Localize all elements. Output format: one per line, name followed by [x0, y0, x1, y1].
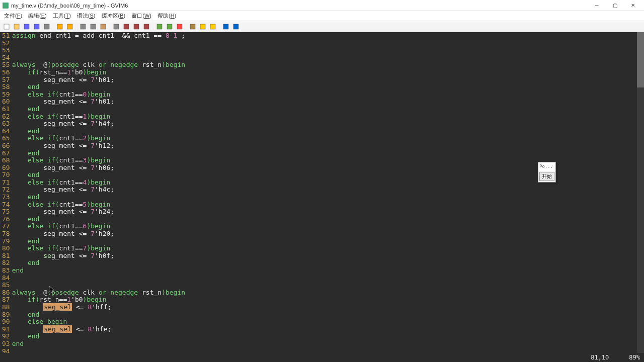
- find-help-icon[interactable]: [231, 22, 240, 31]
- code-line[interactable]: seg_ment <= 7'h12;: [12, 142, 644, 150]
- line-number: 92: [2, 333, 10, 340]
- code-line[interactable]: end: [12, 83, 644, 91]
- menu-item-0[interactable]: 文件(F): [1, 11, 25, 21]
- line-number: 62: [2, 113, 10, 121]
- code-line[interactable]: always @(posedge clk or negedge rst_n)be…: [12, 289, 644, 297]
- code-line[interactable]: [12, 282, 644, 289]
- code-line[interactable]: seg_ment <= 7'h20;: [12, 230, 644, 238]
- code-line[interactable]: end: [12, 194, 644, 201]
- line-number: 83: [2, 267, 10, 275]
- cut-icon[interactable]: [78, 22, 88, 31]
- code-line[interactable]: [12, 40, 644, 47]
- code-line[interactable]: else if(cnt1==7)begin: [12, 245, 644, 252]
- editor[interactable]: 5152535455565758596061626364656667686970…: [0, 32, 644, 353]
- menu-item-2[interactable]: 工具(T): [50, 11, 74, 21]
- scroll-percent: 89%: [629, 354, 640, 361]
- print-icon[interactable]: [42, 22, 51, 31]
- code-area[interactable]: assign end_cnt1 = add_cnt1 && cnt1 == 8-…: [12, 32, 644, 353]
- code-line[interactable]: assign end_cnt1 = add_cnt1 && cnt1 == 8-…: [12, 32, 644, 40]
- code-line[interactable]: else begin: [12, 318, 644, 326]
- code-line[interactable]: seg_ment <= 7'h4f;: [12, 120, 644, 128]
- line-number: 82: [2, 259, 10, 267]
- minimize-button[interactable]: ─: [588, 1, 606, 11]
- menu-item-6[interactable]: 帮助(H): [154, 11, 179, 21]
- floating-tool-window[interactable]: Po... 开始: [538, 162, 556, 183]
- find-icon[interactable]: [112, 22, 121, 31]
- floating-start-button[interactable]: 开始: [539, 172, 554, 182]
- menu-item-3[interactable]: 语法(S): [74, 11, 99, 21]
- vertical-scrollbar[interactable]: [637, 32, 644, 353]
- new-icon[interactable]: [2, 22, 11, 31]
- session-save-icon[interactable]: [165, 22, 174, 31]
- code-line[interactable]: else if(cnt1==6)begin: [12, 223, 644, 230]
- line-number: 88: [2, 304, 10, 311]
- svg-rect-14: [144, 24, 149, 29]
- session-load-icon[interactable]: [155, 22, 164, 31]
- line-number: 68: [2, 157, 10, 164]
- code-line[interactable]: [12, 348, 644, 353]
- line-number: 65: [2, 135, 10, 142]
- code-line[interactable]: if(rst_n==1'b0)begin: [12, 69, 644, 76]
- titlebar: my_time.v (D:\mdy_book\06_my_time) - GVI…: [0, 0, 644, 11]
- code-line[interactable]: [12, 47, 644, 54]
- line-number: 67: [2, 150, 10, 157]
- code-line[interactable]: end: [12, 259, 644, 267]
- code-line[interactable]: always @(posedge clk or negedge rst_n)be…: [12, 61, 644, 69]
- open-icon[interactable]: [12, 22, 21, 31]
- menu-item-4[interactable]: 缓冲区(B): [99, 11, 129, 21]
- run-icon[interactable]: [175, 22, 184, 31]
- line-number: 79: [2, 238, 10, 245]
- line-number: 76: [2, 216, 10, 223]
- save-icon[interactable]: [22, 22, 31, 31]
- code-line[interactable]: [12, 54, 644, 62]
- copy-icon[interactable]: [89, 22, 98, 31]
- line-number: 81: [2, 252, 10, 260]
- tags-icon[interactable]: [208, 22, 217, 31]
- line-number: 75: [2, 208, 10, 216]
- make-icon[interactable]: [188, 22, 197, 31]
- code-line[interactable]: seg_ment <= 7'h0f;: [12, 252, 644, 260]
- code-line[interactable]: seg_ment <= 7'h01;: [12, 98, 644, 106]
- code-line[interactable]: seg_ment <= 7'h01;: [12, 76, 644, 84]
- line-number: 84: [2, 275, 10, 282]
- svg-rect-22: [233, 24, 238, 29]
- code-line[interactable]: else if(cnt1==0)begin: [12, 91, 644, 99]
- code-line[interactable]: else if(cnt1==2)begin: [12, 135, 644, 142]
- code-line[interactable]: end: [12, 150, 644, 157]
- code-line[interactable]: seg_ment <= 7'h24;: [12, 208, 644, 216]
- menu-item-1[interactable]: 编辑(E): [25, 11, 50, 21]
- findnext-icon[interactable]: [122, 22, 131, 31]
- code-line[interactable]: end: [12, 333, 644, 340]
- code-line[interactable]: end: [12, 267, 644, 275]
- help-icon[interactable]: [221, 22, 230, 31]
- undo-icon[interactable]: [55, 22, 64, 31]
- maximize-button[interactable]: ▢: [606, 1, 624, 11]
- replace-icon[interactable]: [142, 22, 151, 31]
- findprev-icon[interactable]: [132, 22, 141, 31]
- shell-icon[interactable]: [198, 22, 207, 31]
- svg-rect-18: [190, 24, 195, 29]
- code-line[interactable]: end: [12, 106, 644, 113]
- code-line[interactable]: end: [12, 238, 644, 245]
- code-line[interactable]: seg_sel <= 8'hfe;: [12, 326, 644, 333]
- app-icon: [2, 2, 9, 9]
- code-line[interactable]: end: [12, 311, 644, 319]
- svg-rect-2: [14, 24, 19, 29]
- close-button[interactable]: ✕: [624, 1, 642, 11]
- saveall-icon[interactable]: [32, 22, 41, 31]
- line-number: 78: [2, 230, 10, 238]
- code-line[interactable]: end: [12, 216, 644, 223]
- code-line[interactable]: else if(cnt1==1)begin: [12, 113, 644, 121]
- code-line[interactable]: end: [12, 340, 644, 348]
- menu-item-5[interactable]: 窗口(W): [128, 11, 154, 21]
- paste-icon[interactable]: [99, 22, 108, 31]
- code-line[interactable]: seg_sel <= 8'hff;: [12, 304, 644, 311]
- code-line[interactable]: if(rst_n==1'b0)begin: [12, 296, 644, 304]
- code-line[interactable]: [12, 275, 644, 282]
- code-line[interactable]: else if(cnt1==5)begin: [12, 201, 644, 209]
- scrollbar-thumb[interactable]: [637, 32, 644, 87]
- redo-icon[interactable]: [65, 22, 74, 31]
- code-line[interactable]: end: [12, 128, 644, 135]
- svg-rect-5: [44, 24, 49, 29]
- code-line[interactable]: seg_ment <= 7'h4c;: [12, 186, 644, 194]
